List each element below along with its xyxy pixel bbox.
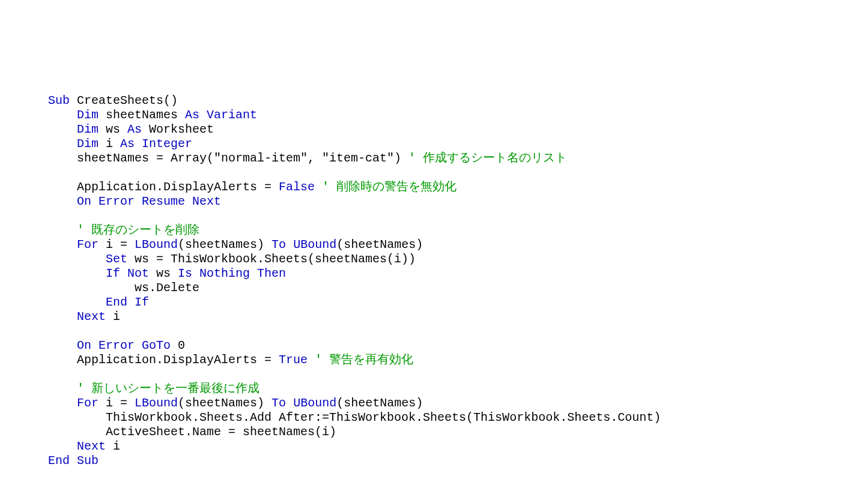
- code-token: [48, 122, 77, 136]
- code-token: i =: [99, 396, 135, 410]
- code-token: False: [279, 180, 315, 194]
- code-token: [48, 396, 77, 410]
- code-token: Application.DisplayAlerts =: [48, 180, 279, 194]
- code-token: ws: [99, 122, 127, 136]
- code-token: ws.Delete: [48, 281, 199, 295]
- code-token: i: [99, 137, 120, 151]
- code-token: Dim: [77, 137, 99, 151]
- code-token: [48, 137, 77, 151]
- code-token: [48, 252, 106, 266]
- code-token: [315, 180, 322, 194]
- code-token: i: [106, 439, 120, 453]
- code-token: End Sub: [48, 454, 99, 468]
- code-token: LBound: [135, 238, 178, 252]
- code-token: ActiveSheet.Name = sheetNames(i): [48, 425, 336, 439]
- code-token: Worksheet: [142, 122, 214, 136]
- code-token: i: [106, 310, 120, 324]
- code-token: For: [77, 396, 99, 410]
- code-token: If Not: [106, 267, 149, 280]
- code-token: As Integer: [120, 137, 192, 151]
- code-token: As: [127, 122, 142, 136]
- code-token: As Variant: [185, 108, 257, 122]
- code-token: (sheetNames): [178, 238, 272, 252]
- code-token: ws = ThisWorkbook.Sheets(sheetNames(i)): [127, 252, 416, 266]
- vba-code-block: Sub CreateSheets() Dim sheetNames As Var…: [48, 94, 868, 468]
- code-token: Dim: [77, 108, 99, 122]
- code-token: [308, 353, 315, 367]
- code-token: 0: [171, 339, 185, 352]
- code-token: ' 既存のシートを削除: [77, 223, 199, 237]
- code-token: [48, 382, 77, 396]
- code-token: CreateSheets(): [70, 94, 178, 107]
- code-token: sheetNames = Array("normal-item", "item-…: [48, 151, 408, 165]
- code-token: On Error Resume Next: [77, 194, 221, 208]
- code-token: For: [77, 238, 99, 252]
- code-token: End If: [106, 295, 149, 309]
- code-token: [48, 223, 77, 237]
- code-token: ' 新しいシートを一番最後に作成: [77, 382, 259, 396]
- code-token: Is Nothing Then: [178, 267, 286, 280]
- code-token: i =: [99, 238, 135, 252]
- code-token: Next: [77, 310, 106, 324]
- code-token: [48, 295, 106, 309]
- code-token: To: [272, 238, 286, 252]
- code-token: Set: [106, 252, 127, 266]
- code-token: [48, 439, 77, 453]
- code-token: ThisWorkbook.Sheets.Add After:=ThisWorkb…: [48, 411, 661, 424]
- code-token: (sheetNames): [336, 238, 423, 252]
- code-token: ' 作成するシート名のリスト: [408, 151, 567, 165]
- code-token: Dim: [77, 122, 99, 136]
- code-token: (sheetNames): [336, 396, 423, 410]
- code-token: [286, 396, 293, 410]
- code-token: UBound: [293, 396, 336, 410]
- code-token: [48, 267, 106, 280]
- code-token: LBound: [135, 396, 178, 410]
- code-token: To: [272, 396, 286, 410]
- code-token: True: [279, 353, 308, 367]
- code-token: [48, 108, 77, 122]
- code-token: sheetNames: [99, 108, 185, 122]
- code-token: ' 警告を再有効化: [315, 353, 413, 367]
- code-token: Next: [77, 439, 106, 453]
- code-token: On Error GoTo: [77, 339, 171, 352]
- code-token: (sheetNames): [178, 396, 272, 410]
- code-token: ' 削除時の警告を無効化: [322, 180, 457, 194]
- code-token: [48, 238, 77, 252]
- code-token: Application.DisplayAlerts =: [48, 353, 279, 367]
- code-token: [48, 339, 77, 352]
- code-token: [48, 310, 77, 324]
- code-token: [48, 194, 77, 208]
- code-token: ws: [149, 267, 178, 280]
- code-token: [286, 238, 293, 252]
- code-token: UBound: [293, 238, 336, 252]
- code-token: Sub: [48, 94, 70, 107]
